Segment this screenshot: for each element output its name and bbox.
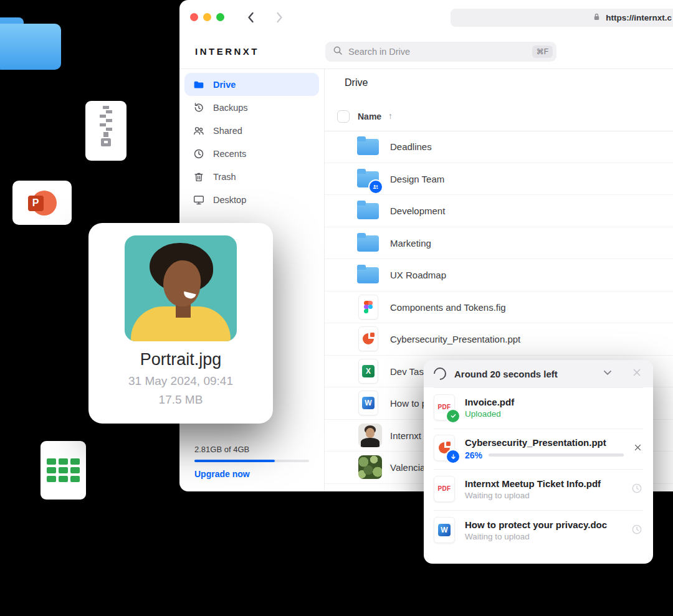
word-icon: W	[362, 397, 375, 409]
upload-file-icon: PDF W	[434, 435, 456, 462]
list-header: Name ↑	[325, 105, 673, 131]
table-row[interactable]: X W Design Team	[325, 163, 673, 196]
upload-file-name: How to protect your privacy.doc	[465, 519, 622, 530]
file-name: Components and Tokens.fig	[390, 301, 506, 312]
file-type-icon: X W	[357, 455, 382, 480]
upload-item-text: How to protect your privacy.doc Waiting …	[465, 519, 622, 541]
sidebar-item[interactable]: Desktop	[184, 188, 319, 211]
sidebar-item-label: Trash	[213, 172, 236, 182]
excel-icon: X	[362, 365, 375, 377]
cancel-upload-icon[interactable]	[632, 442, 643, 455]
file-name: Dev Tas	[390, 366, 424, 376]
back-button[interactable]	[244, 10, 259, 25]
preview-size: 17.5 MB	[88, 393, 273, 407]
file-type-icon: X W	[357, 262, 382, 287]
search-icon	[333, 45, 343, 58]
collapse-chevron-down-icon[interactable]	[601, 366, 614, 381]
file-name: Cybersecurity_Presentation.ppt	[390, 334, 520, 344]
internxt-logo: INTERNXT	[195, 46, 259, 57]
minimize-window-button[interactable]	[203, 13, 211, 21]
sidebar-item-label: Desktop	[213, 195, 246, 205]
file-card-icon: X W	[358, 359, 378, 384]
sidebar-item-label: Backups	[213, 103, 248, 113]
table-row[interactable]: X W Development	[325, 195, 673, 227]
storage-progress-track	[194, 460, 309, 462]
file-type-icon: X W	[357, 326, 382, 351]
sidebar-item[interactable]: Recents	[184, 142, 319, 165]
zoom-window-button[interactable]	[216, 13, 224, 21]
page-title: Drive	[345, 77, 368, 88]
lock-icon	[593, 12, 601, 24]
upload-percent-label: 26%	[465, 450, 482, 460]
address-bar[interactable]: https://internxt.c	[451, 9, 673, 27]
storage-meter: 2.81GB of 4GB Upgrade now	[194, 445, 309, 479]
file-type-icon: X W	[357, 423, 382, 448]
upload-file-name: Invoice.pdf	[465, 397, 643, 407]
preview-filename: Portrait.jpg	[88, 350, 273, 369]
storage-progress-fill	[194, 460, 275, 462]
floating-folder-icon	[0, 17, 61, 70]
pdf-icon: PDF	[438, 485, 451, 492]
floating-spreadsheet-icon	[41, 441, 86, 500]
window-controls	[190, 13, 224, 21]
file-name: How to p	[390, 398, 427, 409]
file-card-icon: X W	[358, 295, 378, 320]
figma-icon	[364, 301, 373, 313]
folder-icon	[357, 267, 379, 283]
spinner-icon	[431, 365, 449, 382]
file-name: UX Roadmap	[390, 270, 446, 280]
upload-status-label: Waiting to upload	[465, 532, 622, 541]
table-row[interactable]: X W Cybersecurity_Presentation.ppt	[325, 323, 673, 356]
search-input[interactable]: Search in Drive ⌘F	[325, 42, 556, 62]
sidebar-item[interactable]: Trash	[184, 165, 319, 188]
upload-progress-track	[489, 453, 624, 457]
search-placeholder: Search in Drive	[348, 47, 527, 57]
sidebar-item-icon	[193, 148, 205, 160]
sort-ascending-icon[interactable]: ↑	[388, 111, 393, 121]
storage-usage-label: 2.81GB of 4GB	[194, 445, 309, 454]
sidebar-item-icon	[193, 78, 205, 91]
file-name: Marketing	[390, 237, 431, 248]
upload-item: PDF W Internxt Meetup Ticket Info.pdf Wa…	[424, 469, 653, 510]
table-row[interactable]: X W UX Roadmap	[325, 259, 673, 291]
upload-item: PDF W Cybersecurity_Presentation.ppt	[424, 429, 653, 470]
preview-date: 31 May 2024, 09:41	[88, 374, 273, 388]
sidebar-item-icon	[193, 171, 205, 183]
sidebar-item-icon	[193, 125, 205, 137]
table-row[interactable]: X W Marketing	[325, 227, 673, 260]
folder-icon	[357, 235, 379, 252]
upload-item: PDF W Invoice.pdf Uploaded	[424, 387, 653, 429]
url-text: https://internxt.c	[606, 13, 672, 22]
sidebar-item-label: Recents	[213, 149, 246, 159]
upload-items: PDF W Invoice.pdf Uploaded	[424, 387, 653, 551]
upload-progress: 26%	[465, 450, 624, 460]
sidebar-item[interactable]: Backups	[184, 96, 319, 119]
name-column-header[interactable]: Name	[358, 111, 381, 121]
sidebar-item[interactable]: Shared	[184, 119, 319, 142]
close-panel-icon[interactable]	[631, 366, 643, 381]
file-name: Design Team	[390, 173, 444, 184]
close-window-button[interactable]	[190, 13, 198, 21]
upload-status-label: Waiting to upload	[465, 491, 622, 500]
file-name: Internxt	[390, 430, 421, 440]
powerpoint-icon	[363, 333, 374, 344]
file-preview-card: Portrait.jpg 31 May 2024, 09:41 17.5 MB	[88, 223, 273, 424]
sidebar-item[interactable]: Drive	[184, 73, 319, 96]
file-card-icon: X W	[358, 391, 378, 415]
waiting-clock-icon	[631, 482, 643, 497]
portrait-photo	[125, 235, 237, 341]
table-row[interactable]: X W Deadlines	[325, 131, 673, 163]
file-card-icon: X W	[358, 326, 378, 351]
upload-progress-panel: Around 20 seconds left PDF W	[424, 360, 653, 564]
upload-item: PDF W How to protect your privacy.doc Wa…	[424, 510, 653, 551]
upload-file-name: Cybersecurity_Presentation.ppt	[465, 437, 624, 448]
file-type-icon: X W	[357, 134, 382, 159]
upload-panel-header: Around 20 seconds left	[424, 360, 653, 387]
floating-powerpoint-icon: P	[12, 181, 72, 225]
person-photo-thumbnail	[358, 424, 382, 447]
upgrade-link[interactable]: Upgrade now	[194, 469, 309, 479]
table-row[interactable]: X W Components and Tokens.fig	[325, 291, 673, 324]
select-all-checkbox[interactable]	[337, 110, 350, 123]
forward-button[interactable]	[272, 10, 287, 25]
file-name: Deadlines	[390, 141, 432, 152]
